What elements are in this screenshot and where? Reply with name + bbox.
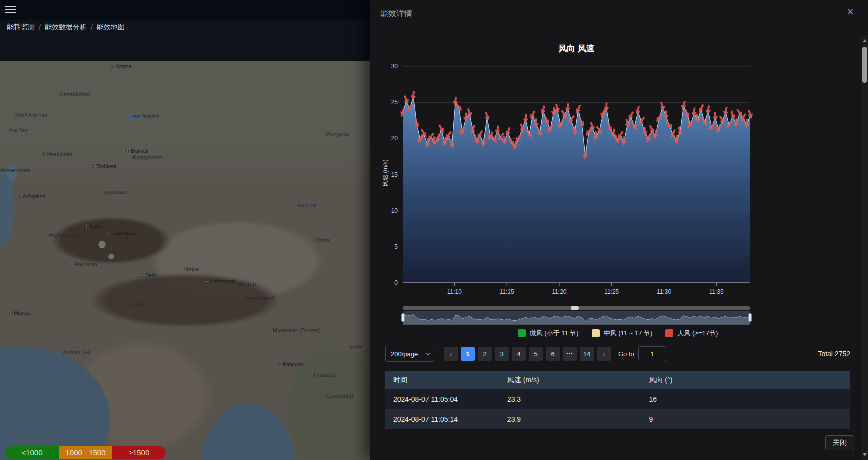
svg-text:0: 0 — [394, 280, 398, 286]
chevron-down-icon — [426, 350, 431, 356]
detail-drawer: 能效详情 × 风向 风速 风速 (m/s) 05101520253011:101… — [370, 0, 868, 460]
pagination: 200/page ‹ 123456•••14 › Go to Total 275… — [385, 346, 850, 362]
table-cell: 16 — [641, 396, 850, 404]
page-button[interactable]: 14 — [580, 347, 594, 361]
page-button[interactable]: 4 — [512, 347, 526, 361]
table-cell: 23.9 — [499, 416, 641, 424]
table-header: 时间风速 (m/s)风向 (°) — [385, 372, 850, 390]
table-cell: 9 — [641, 416, 850, 424]
table-cell: 2024-08-07 11:05:14 — [385, 416, 499, 424]
scroll-down-icon[interactable] — [863, 454, 867, 456]
goto-label: Go to — [618, 350, 634, 358]
map-dim-overlay — [0, 62, 370, 460]
legend-swatch — [665, 330, 673, 338]
prev-page-button[interactable]: ‹ — [444, 347, 458, 361]
datazoom-minichart — [403, 312, 750, 324]
legend-item[interactable]: 大风 (>=17节) — [665, 329, 718, 338]
page-button[interactable]: 6 — [546, 347, 560, 361]
datazoom-slider[interactable] — [403, 311, 750, 325]
table-header-cell: 风向 (°) — [641, 376, 850, 385]
legend-item[interactable]: 微风 (小于 11 节) — [518, 329, 579, 338]
map-legend-segment: <1000 — [5, 446, 59, 460]
wind-chart[interactable]: 05101520253011:1011:1511:2011:2511:3011:… — [380, 54, 760, 300]
chart-title: 风向 风速 — [403, 43, 750, 54]
svg-text:10: 10 — [391, 208, 398, 214]
table-row: 2024-08-07 11:05:0423.316 — [385, 390, 850, 410]
svg-text:11:25: 11:25 — [604, 288, 619, 296]
map[interactable]: AstanaKazakhstanSmall Aral SeaAral SeaLa… — [0, 62, 370, 460]
svg-text:25: 25 — [391, 99, 398, 106]
svg-text:11:10: 11:10 — [447, 288, 462, 296]
svg-text:11:30: 11:30 — [657, 288, 671, 296]
breadcrumb-separator: / — [39, 24, 41, 32]
goto-page-input[interactable] — [638, 346, 666, 362]
svg-text:20: 20 — [391, 135, 398, 142]
wind-table: 时间风速 (m/s)风向 (°) 2024-08-07 11:05:0423.3… — [385, 372, 850, 430]
svg-text:11:15: 11:15 — [500, 288, 514, 296]
breadcrumb-item[interactable]: 能耗监测 — [7, 23, 35, 32]
map-legend-segment: ≥1500 — [112, 446, 166, 460]
page-size-select[interactable]: 200/page — [385, 346, 435, 362]
datazoom-handle-left[interactable] — [401, 314, 405, 322]
legend-swatch — [592, 330, 600, 338]
chart-legend: 微风 (小于 11 节)中风 (11 ~ 17 节)大风 (>=17节) — [385, 329, 850, 338]
breadcrumb-item[interactable]: 能效数据分析 — [45, 23, 87, 32]
scrollbar-thumb[interactable] — [862, 47, 867, 83]
table-cell: 2024-08-07 11:05:04 — [385, 396, 499, 404]
svg-text:11:35: 11:35 — [709, 288, 724, 296]
svg-text:5: 5 — [394, 244, 398, 250]
chart-scrollbar[interactable] — [403, 306, 750, 310]
map-color-legend: <10001000 - 1500≥1500 — [5, 446, 166, 460]
breadcrumb-item[interactable]: 能效地图 — [97, 23, 125, 32]
more-pages-button[interactable]: ••• — [563, 347, 577, 361]
page-size-value: 200/page — [391, 350, 418, 358]
datazoom-handle-right[interactable] — [748, 314, 752, 322]
table-header-cell: 时间 — [385, 376, 499, 385]
next-page-button[interactable]: › — [597, 347, 611, 361]
legend-item[interactable]: 中风 (11 ~ 17 节) — [592, 329, 653, 338]
page-button[interactable]: 2 — [478, 347, 492, 361]
close-icon[interactable]: × — [847, 6, 854, 18]
breadcrumb-separator: / — [91, 24, 93, 32]
chart-scrollbar-thumb[interactable] — [571, 306, 579, 310]
svg-text:15: 15 — [391, 172, 398, 178]
page-button[interactable]: 5 — [529, 347, 543, 361]
map-legend-segment: 1000 - 1500 — [59, 446, 112, 460]
menu-icon[interactable] — [5, 6, 16, 14]
legend-swatch — [518, 330, 526, 338]
table-cell: 23.3 — [499, 396, 641, 404]
close-button[interactable]: 关闭 — [825, 436, 854, 450]
drawer-title: 能效详情 — [380, 9, 412, 20]
table-row: 2024-08-07 11:05:1423.99 — [385, 410, 850, 430]
table-header-cell: 风速 (m/s) — [499, 376, 641, 385]
page-button[interactable]: 3 — [495, 347, 509, 361]
svg-text:30: 30 — [391, 63, 398, 70]
scroll-up-icon[interactable] — [863, 40, 867, 42]
total-count: Total 2752 — [818, 350, 850, 358]
page-button[interactable]: 1 — [461, 347, 475, 361]
svg-text:11:20: 11:20 — [552, 288, 566, 296]
vertical-scrollbar[interactable] — [861, 36, 868, 460]
drawer-footer: 关闭 — [370, 431, 868, 460]
